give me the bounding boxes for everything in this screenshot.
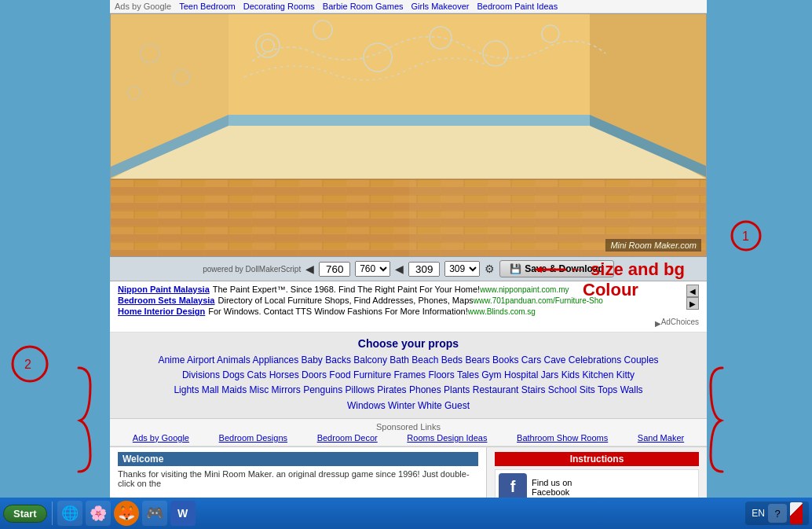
prop-category-divisions[interactable]: Divisions xyxy=(182,369,220,380)
prop-category-plants[interactable]: Plants xyxy=(444,384,470,395)
height-left-btn[interactable]: ◀ xyxy=(395,263,404,275)
ad-link-teen-bedroom[interactable]: Teen Bedroom xyxy=(179,2,236,11)
prop-category-animals[interactable]: Animals xyxy=(217,355,251,366)
prop-category-beds[interactable]: Beds xyxy=(441,355,463,366)
prop-category-tales[interactable]: Tales xyxy=(457,369,479,380)
ad-title-0[interactable]: Nippon Paint Malaysia xyxy=(118,285,210,294)
ad-text-1: Directory of Local Furniture Shops, Find… xyxy=(218,296,474,305)
prop-category-maids[interactable]: Maids xyxy=(221,384,247,395)
prop-category-penguins[interactable]: Penguins xyxy=(303,384,342,395)
sponsored-link-bedroom-decor[interactable]: Bedroom Decor xyxy=(317,433,378,443)
sponsored-link-bedroom-designs[interactable]: Bedroom Designs xyxy=(219,433,287,443)
prop-category-winter[interactable]: Winter xyxy=(388,400,415,411)
prop-category-mall[interactable]: Mall xyxy=(202,384,219,395)
prop-category-horses[interactable]: Horses xyxy=(269,369,299,380)
save-download-button[interactable]: 💾 Save & Download xyxy=(499,260,614,277)
prop-category-baby[interactable]: Baby xyxy=(302,355,323,366)
prop-category-restaurant[interactable]: Restaurant xyxy=(473,384,519,395)
prop-category-backs[interactable]: Backs xyxy=(325,355,351,366)
prop-category-celebrations[interactable]: Celebrations xyxy=(569,355,621,366)
watermark: Mini Room Maker.com xyxy=(605,239,701,252)
sponsored-link-bathroom-show-rooms[interactable]: Bathroom Show Rooms xyxy=(517,433,608,443)
nav-left-arrow[interactable]: ◀ xyxy=(686,285,699,297)
prop-category-floors[interactable]: Floors xyxy=(428,369,454,380)
prop-category-cave[interactable]: Cave xyxy=(544,355,566,366)
prop-category-bears[interactable]: Bears xyxy=(465,355,489,366)
prop-category-food[interactable]: Food xyxy=(329,369,350,380)
prop-category-balcony[interactable]: Balcony xyxy=(353,355,387,366)
prop-category-kitty[interactable]: Kitty xyxy=(616,369,635,380)
prop-category-cars[interactable]: Cars xyxy=(521,355,541,366)
sponsored-link-ads-by-google[interactable]: Ads by Google xyxy=(133,433,189,443)
taskbar-help-icon[interactable]: ? xyxy=(768,504,787,523)
prop-category-white[interactable]: White xyxy=(418,400,442,411)
nav-right-arrow[interactable]: ▶ xyxy=(686,297,699,310)
prop-category-furniture[interactable]: Furniture xyxy=(353,369,391,380)
prop-category-hospital[interactable]: Hospital xyxy=(504,369,538,380)
prop-category-guest[interactable]: Guest xyxy=(444,400,470,411)
prop-category-tops[interactable]: Tops xyxy=(598,384,617,395)
prop-category-sits[interactable]: Sits xyxy=(580,384,595,395)
svg-text:1: 1 xyxy=(742,230,749,243)
prop-category-lights[interactable]: Lights xyxy=(174,384,199,395)
taskbar-icon-flower[interactable]: 🌸 xyxy=(86,501,111,526)
prop-category-walls[interactable]: Walls xyxy=(620,384,643,395)
ad-link-bedroom-paint[interactable]: Bedroom Paint Ideas xyxy=(477,2,558,11)
props-title: Choose your props xyxy=(118,337,699,350)
taskbar-icon-firefox[interactable]: 🦊 xyxy=(114,501,139,526)
prop-category-couples[interactable]: Couples xyxy=(624,355,659,366)
start-button[interactable]: Start xyxy=(3,505,47,523)
prop-category-misc[interactable]: Misc xyxy=(250,384,269,395)
ad-link-girls-makeover[interactable]: Girls Makeover xyxy=(411,2,470,11)
prop-category-pirates[interactable]: Pirates xyxy=(377,384,406,395)
prop-category-appliances[interactable]: Appliances xyxy=(252,355,298,366)
ad-title-1[interactable]: Bedroom Sets Malaysia xyxy=(118,296,215,305)
ad-link-decorating-rooms[interactable]: Decorating Rooms xyxy=(243,2,315,11)
width-left-btn[interactable]: ◀ xyxy=(305,263,314,275)
height-input[interactable] xyxy=(408,262,440,277)
taskbar-icon-word[interactable]: W xyxy=(170,501,196,526)
sponsored-links-row: Ads by GoogleBedroom DesignsBedroom Deco… xyxy=(118,433,699,443)
prop-category-mirrors[interactable]: Mirrors xyxy=(272,384,301,395)
prop-category-anime[interactable]: Anime xyxy=(158,355,185,366)
prop-category-windows[interactable]: Windows xyxy=(347,400,386,411)
svg-text:2: 2 xyxy=(24,358,31,371)
prop-category-doors[interactable]: Doors xyxy=(302,369,327,380)
ad-row-2: Home Interior Design For Windows. Contac… xyxy=(118,307,686,316)
ad-title-2[interactable]: Home Interior Design xyxy=(118,307,205,316)
ads-by-google-label: Ads by Google xyxy=(115,2,171,11)
prop-category-cats[interactable]: Cats xyxy=(247,369,267,380)
settings-icon[interactable]: ⚙ xyxy=(485,263,495,275)
prop-category-stairs[interactable]: Stairs xyxy=(521,384,546,395)
svg-point-0 xyxy=(732,222,760,250)
width-input[interactable] xyxy=(319,262,350,277)
room-canvas[interactable]: Mini Room Maker.com xyxy=(110,13,707,257)
ad-choices-label[interactable]: AdChoices xyxy=(661,318,699,326)
prop-category-kitchen[interactable]: Kitchen xyxy=(582,369,613,380)
ad-link-barbie-room[interactable]: Barbie Room Games xyxy=(323,2,404,11)
prop-category-beach[interactable]: Beach xyxy=(411,355,438,366)
prop-category-school[interactable]: School xyxy=(548,384,577,395)
taskbar: Start 🌐 🌸 🦊 🎮 W EN ? xyxy=(0,498,812,529)
height-select[interactable]: 309 480 600 xyxy=(444,261,480,277)
prop-category-phones[interactable]: Phones xyxy=(409,384,441,395)
taskbar-icon-game[interactable]: 🎮 xyxy=(142,501,167,526)
prop-category-pillows[interactable]: Pillows xyxy=(346,384,375,395)
prop-category-frames[interactable]: Frames xyxy=(393,369,426,380)
svg-rect-21 xyxy=(229,115,590,126)
ad-url-0: www.nipponpaint.com.my xyxy=(480,285,569,294)
ad-url-1: www.701panduan.com/Furniture-Sho xyxy=(474,296,603,305)
sponsored-link-sand-maker[interactable]: Sand Maker xyxy=(638,433,684,443)
ads-section: ◀ ▶ Nippon Paint Malaysia The Paint Expe… xyxy=(110,281,707,332)
width-select[interactable]: 760 640 800 xyxy=(355,261,390,277)
prop-category-jars[interactable]: Jars xyxy=(541,369,559,380)
taskbar-icon-globe[interactable]: 🌐 xyxy=(57,501,82,526)
prop-category-kids[interactable]: Kids xyxy=(561,369,580,380)
prop-category-dogs[interactable]: Dogs xyxy=(222,369,244,380)
prop-category-airport[interactable]: Airport xyxy=(187,355,214,366)
taskbar-locale: EN xyxy=(752,508,765,519)
prop-category-books[interactable]: Books xyxy=(492,355,518,366)
sponsored-link-rooms-design-ideas[interactable]: Rooms Design Ideas xyxy=(407,433,487,443)
prop-category-bath[interactable]: Bath xyxy=(390,355,409,366)
prop-category-gym[interactable]: Gym xyxy=(481,369,501,380)
